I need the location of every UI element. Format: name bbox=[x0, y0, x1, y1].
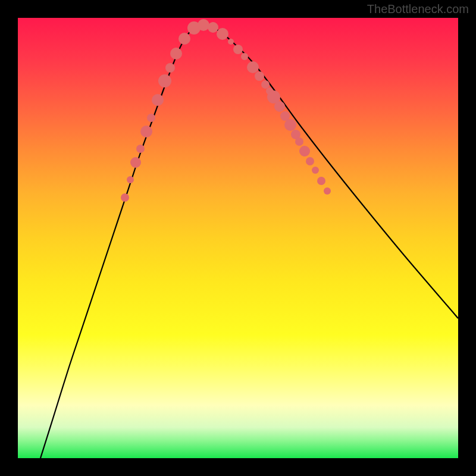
data-marker bbox=[198, 19, 209, 31]
data-marker bbox=[228, 39, 234, 45]
curve-path bbox=[40, 24, 458, 458]
data-marker bbox=[317, 177, 325, 185]
data-marker bbox=[299, 146, 310, 156]
data-marker bbox=[165, 63, 175, 73]
data-marker bbox=[158, 74, 171, 87]
data-marker bbox=[274, 101, 285, 112]
data-marker bbox=[284, 119, 296, 131]
data-marker bbox=[170, 48, 182, 60]
data-marker bbox=[178, 33, 190, 45]
data-marker bbox=[261, 80, 270, 89]
data-marker bbox=[324, 187, 331, 195]
data-marker bbox=[127, 176, 134, 183]
data-marker bbox=[255, 71, 264, 81]
data-marker bbox=[147, 114, 155, 122]
marker-group bbox=[121, 19, 331, 202]
data-marker bbox=[241, 53, 248, 60]
data-marker bbox=[208, 22, 218, 33]
data-marker bbox=[233, 45, 243, 54]
watermark-text: TheBottleneck.com bbox=[367, 2, 469, 16]
data-marker bbox=[295, 137, 303, 146]
data-marker bbox=[152, 94, 164, 106]
data-marker bbox=[121, 193, 129, 202]
data-marker bbox=[136, 145, 145, 153]
data-marker bbox=[247, 61, 259, 73]
data-marker bbox=[140, 126, 152, 137]
bottleneck-chart bbox=[18, 18, 458, 458]
plot-area bbox=[18, 18, 458, 458]
data-marker bbox=[312, 167, 319, 174]
data-marker bbox=[217, 28, 228, 40]
data-marker bbox=[130, 157, 141, 168]
data-marker bbox=[306, 157, 314, 165]
